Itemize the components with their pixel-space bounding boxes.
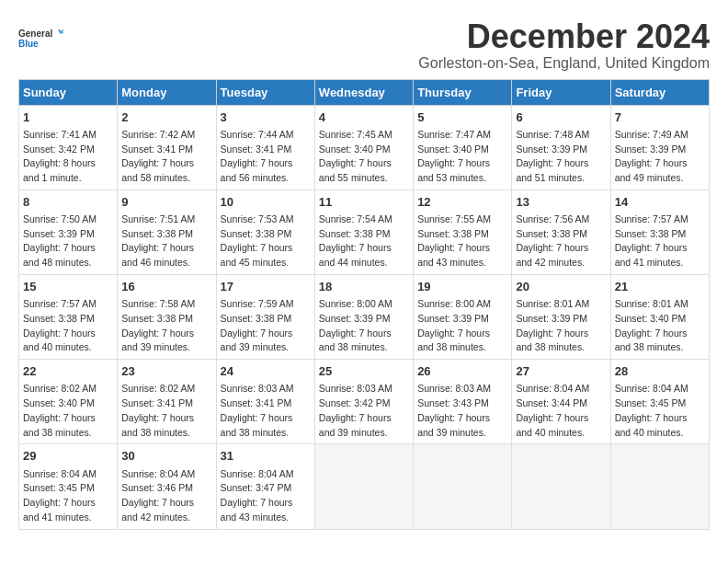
sunset-text: Sunset: 3:43 PM [417,396,507,411]
daylight-text: Daylight: 7 hoursand 42 minutes. [121,496,211,525]
calendar-cell: 29 Sunrise: 8:04 AM Sunset: 3:45 PM Dayl… [19,444,118,529]
sunrise-text: Sunrise: 7:41 AM [23,128,113,143]
sunset-text: Sunset: 3:40 PM [23,396,113,411]
sunset-text: Sunset: 3:40 PM [417,143,507,157]
sunset-text: Sunset: 3:39 PM [319,312,409,327]
sunrise-text: Sunrise: 7:54 AM [319,213,409,227]
sunrise-text: Sunrise: 7:55 AM [417,213,507,227]
day-info: Sunrise: 7:41 AM Sunset: 3:42 PM Dayligh… [23,128,113,186]
calendar-cell: 3 Sunrise: 7:44 AM Sunset: 3:41 PM Dayli… [216,105,314,190]
daylight-text: Daylight: 7 hoursand 40 minutes. [615,411,705,441]
day-number: 12 [417,194,507,211]
calendar-cell: 22 Sunrise: 8:02 AM Sunset: 3:40 PM Dayl… [19,360,118,444]
svg-text:General: General [18,29,52,39]
page-header: General Blue December 2024 Gorleston-on-… [18,18,710,72]
calendar-cell: 9 Sunrise: 7:51 AM Sunset: 3:38 PM Dayli… [118,190,216,274]
day-info: Sunrise: 8:01 AM Sunset: 3:40 PM Dayligh… [615,297,705,355]
day-number: 3 [221,109,311,126]
calendar-cell: 30 Sunrise: 8:04 AM Sunset: 3:46 PM Dayl… [118,444,216,529]
daylight-text: Daylight: 7 hoursand 43 minutes. [221,496,311,525]
sunrise-text: Sunrise: 8:04 AM [615,382,705,396]
sunset-text: Sunset: 3:41 PM [221,143,311,157]
day-info: Sunrise: 7:48 AM Sunset: 3:39 PM Dayligh… [516,128,606,186]
daylight-text: Daylight: 7 hoursand 40 minutes. [23,327,113,356]
daylight-text: Daylight: 7 hoursand 51 minutes. [516,156,606,186]
day-info: Sunrise: 8:04 AM Sunset: 3:46 PM Dayligh… [121,467,211,525]
daylight-text: Daylight: 7 hoursand 38 minutes. [516,327,606,356]
sunset-text: Sunset: 3:38 PM [121,227,211,242]
calendar-cell: 26 Sunrise: 8:03 AM Sunset: 3:43 PM Dayl… [414,360,512,444]
calendar-cell [512,444,610,529]
sunrise-text: Sunrise: 8:00 AM [417,297,507,312]
daylight-text: Daylight: 7 hoursand 39 minutes. [121,327,211,356]
day-number: 13 [516,194,606,211]
calendar-cell: 16 Sunrise: 7:58 AM Sunset: 3:38 PM Dayl… [118,274,216,359]
day-number: 14 [615,194,705,211]
calendar-cell: 2 Sunrise: 7:42 AM Sunset: 3:41 PM Dayli… [118,105,216,190]
calendar-cell: 5 Sunrise: 7:47 AM Sunset: 3:40 PM Dayli… [414,105,512,190]
day-info: Sunrise: 8:04 AM Sunset: 3:45 PM Dayligh… [23,467,113,525]
daylight-text: Daylight: 7 hoursand 48 minutes. [23,241,113,270]
calendar-cell: 20 Sunrise: 8:01 AM Sunset: 3:39 PM Dayl… [512,274,610,359]
sunset-text: Sunset: 3:39 PM [516,312,606,327]
day-number: 27 [516,363,606,380]
week-row-2: 8 Sunrise: 7:50 AM Sunset: 3:39 PM Dayli… [19,190,710,274]
sunrise-text: Sunrise: 8:02 AM [121,382,211,396]
daylight-text: Daylight: 7 hoursand 38 minutes. [23,411,113,441]
sunset-text: Sunset: 3:47 PM [221,481,311,496]
day-number: 31 [221,448,311,465]
sunset-text: Sunset: 3:45 PM [23,481,113,496]
sunset-text: Sunset: 3:38 PM [221,312,311,327]
calendar-cell: 24 Sunrise: 8:03 AM Sunset: 3:41 PM Dayl… [216,360,314,444]
header-saturday: Saturday [610,79,709,105]
daylight-text: Daylight: 7 hoursand 45 minutes. [221,241,311,270]
sunrise-text: Sunrise: 7:53 AM [221,213,311,227]
day-info: Sunrise: 8:03 AM Sunset: 3:42 PM Dayligh… [319,382,409,440]
day-number: 23 [121,363,211,380]
calendar-cell [610,444,709,529]
daylight-text: Daylight: 7 hoursand 41 minutes. [23,496,113,525]
calendar-cell: 12 Sunrise: 7:55 AM Sunset: 3:38 PM Dayl… [414,190,512,274]
header-sunday: Sunday [19,79,118,105]
sunrise-text: Sunrise: 7:57 AM [23,297,113,312]
calendar-cell [314,444,413,529]
daylight-text: Daylight: 7 hoursand 38 minutes. [121,411,211,441]
day-number: 1 [23,109,113,126]
header-tuesday: Tuesday [216,79,314,105]
day-info: Sunrise: 7:50 AM Sunset: 3:39 PM Dayligh… [23,213,113,270]
sunrise-text: Sunrise: 8:04 AM [221,467,311,482]
day-info: Sunrise: 8:02 AM Sunset: 3:41 PM Dayligh… [121,382,211,440]
day-info: Sunrise: 7:47 AM Sunset: 3:40 PM Dayligh… [417,128,507,186]
sunset-text: Sunset: 3:41 PM [121,396,211,411]
sunset-text: Sunset: 3:41 PM [121,143,211,157]
day-number: 10 [221,194,311,211]
daylight-text: Daylight: 7 hoursand 38 minutes. [221,411,311,441]
sunrise-text: Sunrise: 7:47 AM [417,128,507,143]
day-info: Sunrise: 8:03 AM Sunset: 3:41 PM Dayligh… [221,382,311,440]
day-info: Sunrise: 7:58 AM Sunset: 3:38 PM Dayligh… [121,297,211,355]
day-number: 28 [615,363,705,380]
sunset-text: Sunset: 3:44 PM [516,396,606,411]
day-info: Sunrise: 8:00 AM Sunset: 3:39 PM Dayligh… [417,297,507,355]
day-number: 2 [121,109,211,126]
day-number: 30 [121,448,211,465]
sunset-text: Sunset: 3:42 PM [319,396,409,411]
daylight-text: Daylight: 7 hoursand 39 minutes. [221,327,311,356]
day-info: Sunrise: 7:49 AM Sunset: 3:39 PM Dayligh… [615,128,705,186]
sunset-text: Sunset: 3:38 PM [221,227,311,242]
sunset-text: Sunset: 3:39 PM [23,227,113,242]
calendar-cell: 19 Sunrise: 8:00 AM Sunset: 3:39 PM Dayl… [414,274,512,359]
sunset-text: Sunset: 3:39 PM [516,143,606,157]
sunset-text: Sunset: 3:38 PM [516,227,606,242]
day-info: Sunrise: 7:59 AM Sunset: 3:38 PM Dayligh… [221,297,311,355]
day-number: 22 [23,363,113,380]
calendar-cell: 18 Sunrise: 8:00 AM Sunset: 3:39 PM Dayl… [314,274,413,359]
sunset-text: Sunset: 3:38 PM [23,312,113,327]
sunrise-text: Sunrise: 8:03 AM [221,382,311,396]
week-row-5: 29 Sunrise: 8:04 AM Sunset: 3:45 PM Dayl… [19,444,710,529]
day-number: 29 [23,448,113,465]
daylight-text: Daylight: 7 hoursand 49 minutes. [615,156,705,186]
sunrise-text: Sunrise: 7:49 AM [615,128,705,143]
sunrise-text: Sunrise: 7:48 AM [516,128,606,143]
sunset-text: Sunset: 3:42 PM [23,143,113,157]
